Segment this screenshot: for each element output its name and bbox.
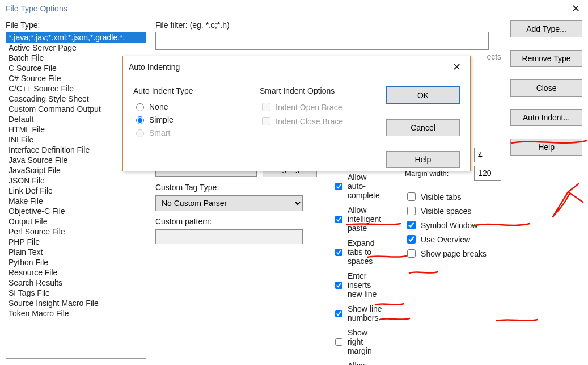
file-type-item[interactable]: *.java;*.jav;*.xml;*.json,*.gradle,*. (6, 32, 146, 43)
file-type-item[interactable]: PHP File (6, 237, 146, 247)
modal-close-icon[interactable]: ✕ (449, 61, 464, 73)
file-type-item[interactable]: Source Insight Macro File (6, 298, 146, 308)
file-type-item[interactable]: Resource File (6, 267, 146, 278)
custom-pattern-input (155, 229, 303, 244)
file-type-item[interactable]: Plain Text (6, 247, 146, 257)
file-type-item[interactable]: Link Def File (6, 186, 146, 196)
help-button[interactable]: Help (510, 139, 582, 156)
file-type-item[interactable]: Objective-C File (6, 206, 146, 216)
auto-indent-button[interactable]: Auto Indent... (510, 109, 582, 126)
modal-ok-button[interactable]: OK (386, 86, 460, 104)
tab-width-input[interactable] (474, 148, 501, 162)
file-type-item[interactable]: Output File (6, 216, 146, 226)
auto-indenting-dialog: Auto Indenting ✕ Auto Indent Type None S… (122, 56, 471, 171)
opt-symbol-window[interactable]: Symbol Window (405, 218, 501, 232)
titlebar: File Type Options ✕ (0, 0, 588, 18)
opt-visible-tabs[interactable]: Visible tabs (405, 190, 501, 204)
file-type-item[interactable]: JSON File (6, 175, 146, 186)
file-type-item[interactable]: Perl Source File (6, 226, 146, 237)
radio-smart[interactable]: Smart (133, 126, 248, 139)
smart-indent-label: Smart Indent Options (260, 86, 375, 95)
file-type-item[interactable]: Search Results (6, 278, 146, 288)
close-button[interactable]: Close (510, 79, 582, 97)
indent-open-brace: Indent Open Brace (260, 100, 375, 114)
custom-tag-select[interactable]: No Custom Parser (155, 195, 303, 211)
add-type-button[interactable]: Add Type... (510, 20, 582, 37)
auto-indent-type-label: Auto Indent Type (133, 86, 248, 95)
window-title: File Type Options (6, 4, 67, 13)
opt-intel-paste[interactable]: Allow intelligent paste (333, 204, 382, 234)
opt-show-right-margin[interactable]: Show right margin (333, 327, 382, 356)
opt-use-overview[interactable]: Use Overview (405, 232, 501, 246)
file-type-item[interactable]: Token Macro File (6, 308, 146, 318)
modal-help-button[interactable]: Help (386, 151, 460, 168)
file-type-item[interactable]: Make File (6, 196, 146, 206)
opt-allow-snippets[interactable]: Allow code snippets (333, 360, 382, 365)
close-icon[interactable]: ✕ (568, 2, 583, 15)
file-type-item[interactable]: Python File (6, 257, 146, 267)
opt-show-line-numbers[interactable]: Show line numbers (333, 303, 382, 324)
file-type-item[interactable]: Active Server Page (6, 43, 146, 53)
file-type-label: File Type: (6, 20, 146, 30)
radio-simple[interactable]: Simple (133, 113, 248, 126)
file-filter-input[interactable] (155, 32, 489, 50)
file-filter-label: File filter: (eg. *.c;*.h) (155, 20, 501, 30)
custom-pattern-label: Custom pattern: (155, 217, 212, 226)
hidden-ects: ects (483, 52, 501, 61)
remove-type-button[interactable]: Remove Type (510, 50, 582, 67)
custom-tag-label: Custom Tag Type: (155, 183, 219, 192)
indent-close-brace: Indent Close Brace (260, 114, 375, 128)
opt-enter-newline[interactable]: Enter inserts new line (333, 270, 382, 300)
margin-width-input[interactable] (474, 166, 501, 181)
radio-none[interactable]: None (133, 100, 248, 113)
opt-show-page-breaks[interactable]: Show page breaks (405, 246, 501, 261)
file-type-item[interactable]: SI Tags File (6, 288, 146, 298)
opt-visible-spaces[interactable]: Visible spaces (405, 204, 501, 218)
opt-expand-tabs[interactable]: Expand tabs to spaces (333, 237, 382, 267)
modal-cancel-button[interactable]: Cancel (386, 119, 460, 136)
modal-title: Auto Indenting (129, 62, 180, 72)
